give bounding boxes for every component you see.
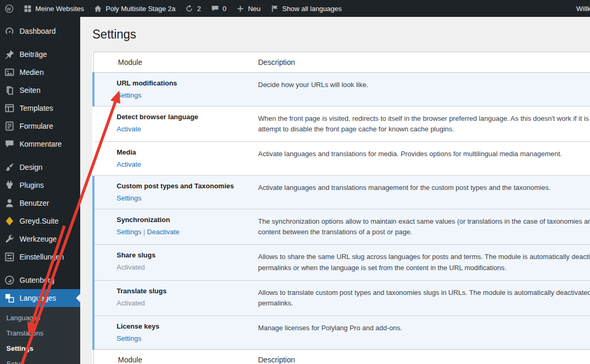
pages-icon (4, 85, 15, 95)
sidebar-item-label: Plugins (20, 181, 44, 189)
module-name: License keys (117, 322, 248, 330)
module-action-activated: Activated (117, 299, 145, 307)
admin-bar: Meine Websites Poly Multisite Stage 2a 2… (0, 0, 590, 17)
module-row-detect-browser-language: Detect browser languageActivateWhen the … (93, 106, 590, 141)
comments-button[interactable]: 0 (206, 0, 231, 17)
plugins-icon (4, 180, 15, 190)
sidebar-item-design[interactable]: Design (0, 158, 80, 176)
module-actions: Settings (117, 334, 248, 342)
sidebar-item-label: Greyd.Suite (20, 217, 59, 225)
comments-icon (4, 139, 15, 149)
modules-table-foot: Module Description (93, 350, 590, 364)
module-action-activate[interactable]: Activate (117, 125, 141, 133)
admin-sidebar: DashboardBeiträgeMedienSeitenTemplatesFo… (0, 17, 80, 364)
sidebar-item-seiten[interactable]: Seiten (0, 81, 80, 99)
module-description: Activate languages and translations for … (258, 148, 590, 159)
submenu-item-settings[interactable]: Settings (0, 341, 80, 356)
module-row-share-slugs: Share slugsActivatedAllows to share the … (93, 245, 590, 280)
sidebar-item-templates[interactable]: Templates (0, 99, 80, 117)
languages-flag-icon (270, 4, 279, 13)
module-action-activated: Activated (117, 263, 145, 271)
account-menu[interactable]: Willkommen (572, 0, 590, 17)
update-icon (185, 4, 194, 13)
column-header-description: Description (253, 52, 590, 72)
sidebar-item-label: Benutzer (20, 199, 49, 207)
module-action-activate[interactable]: Activate (117, 160, 141, 168)
dashboard-icon (4, 26, 15, 36)
column-footer-module: Module (93, 350, 253, 364)
module-row-url-modifications: URL modificationsSettingsDecide how your… (93, 72, 590, 106)
sidebar-item-kommentare[interactable]: Kommentare (0, 135, 80, 153)
updates-button[interactable]: 2 (180, 0, 205, 17)
tools-icon (4, 234, 15, 244)
site-name-button[interactable]: Poly Multisite Stage 2a (89, 0, 180, 17)
settings-icon (4, 252, 15, 262)
sidebar-item-dashboard[interactable]: Dashboard (0, 22, 80, 40)
admin-menu: DashboardBeiträgeMedienSeitenTemplatesFo… (0, 17, 80, 364)
languages-icon (4, 293, 15, 303)
module-description: Decide how your URLs will look like. (258, 79, 590, 90)
submenu-item-languages[interactable]: Languages (0, 310, 80, 325)
update-count: 2 (197, 5, 201, 13)
module-actions: Settings (117, 194, 248, 202)
new-content-label: Neu (248, 5, 261, 13)
sidebar-item-languages[interactable]: Languages (0, 289, 80, 307)
module-actions: Settings | Deactivate (117, 228, 248, 236)
languages-submenu: LanguagesTranslationsSettingsSetup (0, 307, 80, 364)
media-icon (4, 67, 15, 78)
module-action-settings[interactable]: Settings (117, 194, 141, 202)
my-sites-label: Meine Websites (35, 5, 84, 13)
sidebar-item-greyd-suite[interactable]: Greyd.Suite (0, 212, 80, 230)
my-sites-button[interactable]: Meine Websites (18, 0, 89, 17)
admin-bar-left: Meine Websites Poly Multisite Stage 2a 2… (0, 0, 347, 17)
sidebar-item-einstellungen[interactable]: Einstellungen (0, 248, 80, 266)
submenu-item-setup[interactable]: Setup (0, 356, 80, 364)
module-action-settings[interactable]: Settings (117, 91, 141, 99)
module-action-deactivate[interactable]: Deactivate (147, 228, 179, 236)
module-action-settings[interactable]: Settings (117, 228, 141, 236)
submenu-item-translations[interactable]: Translations (0, 325, 80, 341)
sidebar-item-plugins[interactable]: Plugins (0, 176, 80, 194)
module-row-translate-slugs: Translate slugsActivatedAllows to transl… (93, 280, 590, 315)
sidebar-item-label: Gutenberg (20, 276, 54, 284)
content-area: Settings Module Description URL modifica… (80, 17, 590, 364)
new-content-button[interactable]: Neu (231, 0, 265, 17)
sidebar-item-werkzeuge[interactable]: Werkzeuge (0, 230, 80, 248)
sidebar-item-label: Werkzeuge (20, 235, 57, 243)
site-name-label: Poly Multisite Stage 2a (106, 5, 175, 13)
sidebar-item-label: Design (20, 163, 43, 171)
greyd-icon (4, 216, 15, 226)
modules-table: Module Description URL modificationsSett… (92, 52, 590, 364)
module-action-settings[interactable]: Settings (117, 334, 141, 342)
sidebar-item-gutenberg[interactable]: Gutenberg (0, 271, 80, 289)
module-description: Allows to share the same URL slug across… (258, 251, 590, 273)
module-name: Custom post types and Taxonomies (117, 182, 248, 190)
module-description: Manage licenses for Polylang Pro and add… (258, 322, 590, 333)
module-name: URL modifications (117, 79, 248, 87)
sidebar-item-formulare[interactable]: Formulare (0, 117, 80, 135)
howdy-label: Willkommen (576, 5, 590, 13)
column-header-module: Module (93, 52, 253, 72)
show-all-languages-button[interactable]: Show all languages (265, 0, 347, 17)
module-actions: Activate (117, 125, 248, 133)
home-icon (93, 4, 102, 13)
module-row-synchronization: SynchronizationSettings | DeactivateThe … (93, 209, 590, 245)
wp-logo-button[interactable] (0, 0, 18, 17)
sidebar-item-label: Seiten (20, 86, 41, 94)
module-name: Detect browser language (117, 113, 248, 121)
modules-tbody: URL modificationsSettingsDecide how your… (93, 72, 590, 349)
module-name: Translate slugs (117, 287, 248, 295)
column-footer-description: Description (253, 350, 590, 364)
sidebar-item-label: Formulare (20, 122, 53, 130)
module-name: Share slugs (117, 251, 248, 259)
module-actions: Activated (117, 263, 248, 271)
module-name: Synchronization (117, 216, 248, 224)
sidebar-item-label: Beiträge (20, 50, 47, 59)
plus-icon (236, 4, 245, 13)
sidebar-item-beitr-ge[interactable]: Beiträge (0, 45, 80, 63)
sidebar-item-medien[interactable]: Medien (0, 63, 80, 81)
pin-icon (4, 49, 15, 60)
module-actions: Settings (117, 91, 248, 99)
sidebar-item-benutzer[interactable]: Benutzer (0, 194, 80, 212)
action-separator: | (141, 228, 147, 236)
